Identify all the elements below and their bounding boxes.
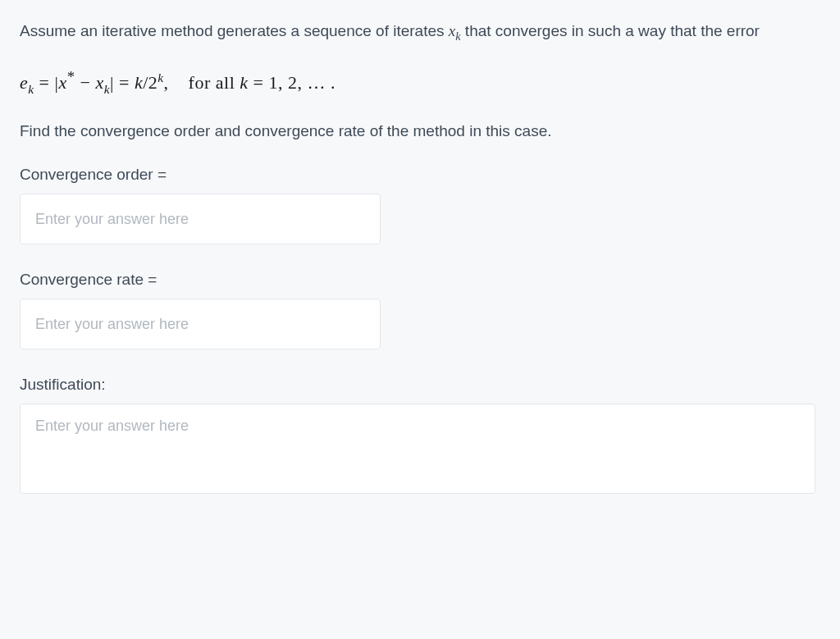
justification-label: Justification: [20, 376, 820, 394]
question-intro-var: x [449, 22, 455, 39]
convergence-rate-input[interactable] [20, 299, 381, 349]
instruction-text: Find the convergence order and convergen… [20, 120, 820, 144]
justification-input[interactable] [20, 404, 815, 494]
math-display: ek = |x* − xk| = k/2k, for all k = 1, 2,… [20, 68, 820, 97]
convergence-rate-label: Convergence rate = [20, 271, 820, 289]
convergence-order-label: Convergence order = [20, 166, 820, 184]
question-intro-part1: Assume an iterative method generates a s… [20, 22, 449, 39]
convergence-order-input[interactable] [20, 194, 381, 244]
question-intro: Assume an iterative method generates a s… [20, 20, 820, 45]
question-intro-part2: that converges in such a way that the er… [461, 22, 760, 39]
